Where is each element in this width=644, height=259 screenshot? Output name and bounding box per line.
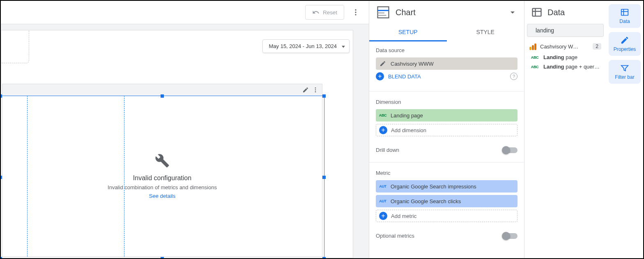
page-surface[interactable]: May 15, 2024 - Jun 13, 2024 Invalid conf…: [1, 30, 353, 258]
rail-label: Properties: [614, 46, 636, 52]
add-dimension-button[interactable]: + Add dimension: [376, 124, 518, 136]
error-message: Invalid combination of metrics and dimen…: [108, 184, 217, 190]
placeholder-box: [1, 30, 29, 63]
resize-handle[interactable]: [322, 94, 326, 98]
search-input[interactable]: [536, 27, 607, 34]
aut-type-icon: AUT: [379, 199, 386, 203]
add-metric-button[interactable]: + Add metric: [376, 210, 518, 222]
aut-type-icon: AUT: [379, 184, 386, 188]
add-dimension-label: Add dimension: [390, 127, 517, 133]
section-label-metric: Metric: [376, 170, 518, 176]
field-name: Landing page: [543, 54, 601, 60]
svg-point-1: [355, 11, 356, 13]
more-vert-icon[interactable]: [312, 87, 319, 93]
help-icon[interactable]: ?: [510, 73, 518, 80]
right-rail: Data Properties Filter bar: [606, 1, 643, 258]
rail-filterbar-button[interactable]: Filter bar: [609, 60, 641, 84]
metric-name: Organic Google Search impressions: [390, 183, 518, 190]
dimension-chip[interactable]: ABC Landing page: [376, 109, 518, 121]
add-icon: +: [379, 212, 387, 220]
data-icon: [531, 7, 543, 18]
data-panel-title: Data: [547, 8, 565, 17]
drill-down-toggle[interactable]: [503, 147, 518, 153]
data-icon: [620, 8, 629, 17]
svg-point-2: [355, 14, 356, 15]
chart-properties-panel: Chart SETUP STYLE Data source Cashvisory…: [369, 1, 524, 258]
tab-style[interactable]: STYLE: [447, 24, 524, 41]
google-analytics-icon: [529, 43, 537, 50]
abc-type-icon: ABC: [379, 113, 387, 117]
chart-widget[interactable]: Invalid configuration Invalid combinatio…: [2, 84, 322, 257]
section-label-dimension: Dimension: [376, 99, 518, 105]
tab-setup[interactable]: SETUP: [369, 24, 447, 41]
drill-down-label: Drill down: [376, 147, 399, 153]
svg-rect-13: [621, 9, 628, 16]
svg-point-0: [355, 9, 356, 11]
panel-title: Chart: [396, 8, 503, 17]
metric-chip[interactable]: AUT Organic Google Search impressions: [376, 180, 518, 193]
datasource-name: Cashvisory W…: [540, 44, 589, 50]
rail-properties-button[interactable]: Properties: [609, 32, 641, 56]
blend-data-button[interactable]: BLEND DATA: [388, 73, 510, 80]
field-name: Landing page + query…: [543, 64, 601, 70]
field-row[interactable]: ABC Landing page + query…: [524, 62, 606, 71]
data-fields-panel: Data ✕ Cashvisory W… 2 ABC Landing page …: [524, 1, 606, 258]
datasource-row[interactable]: Cashvisory W… 2: [524, 40, 606, 53]
metric-chip[interactable]: AUT Organic Google Search clicks: [376, 195, 518, 207]
rail-label: Filter bar: [615, 74, 634, 80]
rail-data-button[interactable]: Data: [609, 4, 641, 28]
dimension-name: Landing page: [390, 112, 518, 119]
see-details-link[interactable]: See details: [149, 193, 175, 199]
svg-point-4: [315, 89, 316, 91]
pencil-icon[interactable]: [302, 87, 309, 93]
metric-name: Organic Google Search clicks: [390, 198, 518, 204]
table-chart-icon: [376, 5, 391, 20]
undo-icon: [312, 9, 320, 16]
alignment-guide: [27, 96, 28, 257]
field-row[interactable]: ABC Landing page: [524, 53, 606, 62]
add-metric-label: Add metric: [390, 213, 517, 219]
resize-handle[interactable]: [1, 94, 2, 98]
section-label-datasource: Data source: [376, 47, 518, 53]
svg-rect-6: [378, 7, 389, 18]
resize-handle[interactable]: [1, 176, 2, 179]
field-search[interactable]: ✕: [527, 24, 604, 37]
chevron-down-icon[interactable]: [508, 7, 518, 17]
abc-type-icon: ABC: [529, 65, 540, 69]
svg-point-3: [315, 87, 316, 89]
resize-handle[interactable]: [322, 257, 326, 258]
reset-button[interactable]: Reset: [305, 5, 344, 20]
datasource-chip[interactable]: Cashvisory WWW: [376, 57, 518, 70]
chart-widget-header: [2, 84, 322, 96]
more-vert-icon: [352, 8, 360, 16]
add-icon: +: [376, 72, 384, 80]
error-title: Invalid configuration: [108, 174, 217, 182]
canvas: May 15, 2024 - Jun 13, 2024 Invalid conf…: [1, 24, 369, 258]
pencil-icon: [380, 60, 386, 67]
abc-type-icon: ABC: [529, 55, 540, 60]
wrench-icon: [155, 154, 170, 168]
resize-handle[interactable]: [322, 176, 326, 179]
reset-label: Reset: [323, 9, 337, 16]
add-icon: +: [379, 126, 387, 134]
pencil-icon: [620, 36, 629, 45]
date-range-picker[interactable]: May 15, 2024 - Jun 13, 2024: [262, 39, 350, 53]
svg-point-5: [315, 91, 316, 92]
optional-metrics-label: Optional metrics: [376, 233, 414, 239]
optional-metrics-toggle[interactable]: [503, 233, 518, 239]
rail-label: Data: [619, 18, 630, 24]
svg-rect-10: [533, 9, 541, 16]
resize-handle[interactable]: [1, 257, 2, 258]
filter-icon: [620, 64, 629, 73]
resize-handle[interactable]: [161, 257, 164, 258]
field-count-badge: 2: [593, 43, 601, 50]
more-options-button[interactable]: [347, 4, 364, 21]
datasource-name: Cashvisory WWW: [390, 61, 518, 67]
